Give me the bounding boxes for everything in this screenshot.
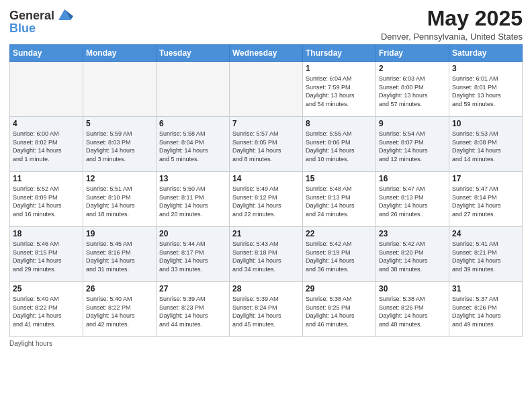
day-number: 6 — [159, 119, 226, 128]
table-row: 7Sunrise: 5:57 AM Sunset: 8:05 PM Daylig… — [230, 117, 303, 172]
table-row: 29Sunrise: 5:38 AM Sunset: 8:25 PM Dayli… — [303, 282, 376, 337]
table-row: 15Sunrise: 5:48 AM Sunset: 8:13 PM Dayli… — [303, 172, 376, 227]
day-info: Sunrise: 6:00 AM Sunset: 8:02 PM Dayligh… — [13, 130, 80, 163]
day-number: 29 — [306, 284, 373, 293]
table-row: 30Sunrise: 5:38 AM Sunset: 8:26 PM Dayli… — [376, 282, 449, 337]
day-number: 20 — [159, 229, 226, 238]
table-row: 11Sunrise: 5:52 AM Sunset: 8:09 PM Dayli… — [10, 172, 83, 227]
day-info: Sunrise: 6:03 AM Sunset: 8:00 PM Dayligh… — [379, 75, 446, 108]
table-row — [157, 62, 230, 117]
day-number: 7 — [232, 119, 300, 128]
day-number: 21 — [232, 229, 300, 238]
table-row: 18Sunrise: 5:46 AM Sunset: 8:15 PM Dayli… — [10, 227, 83, 282]
table-row: 9Sunrise: 5:54 AM Sunset: 8:07 PM Daylig… — [376, 117, 449, 172]
day-info: Sunrise: 5:49 AM Sunset: 8:12 PM Dayligh… — [232, 185, 300, 218]
day-number: 19 — [86, 229, 153, 238]
table-row: 2Sunrise: 6:03 AM Sunset: 8:00 PM Daylig… — [376, 62, 449, 117]
day-info: Sunrise: 5:59 AM Sunset: 8:03 PM Dayligh… — [86, 130, 153, 163]
table-row: 5Sunrise: 5:59 AM Sunset: 8:03 PM Daylig… — [83, 117, 157, 172]
table-row: 20Sunrise: 5:44 AM Sunset: 8:17 PM Dayli… — [157, 227, 230, 282]
table-row: 22Sunrise: 5:42 AM Sunset: 8:19 PM Dayli… — [303, 227, 376, 282]
day-info: Sunrise: 6:01 AM Sunset: 8:01 PM Dayligh… — [452, 75, 519, 108]
table-row: 28Sunrise: 5:39 AM Sunset: 8:24 PM Dayli… — [230, 282, 303, 337]
col-wednesday: Wednesday — [230, 45, 303, 62]
calendar-week-row: 1Sunrise: 6:04 AM Sunset: 7:59 PM Daylig… — [10, 62, 523, 117]
day-number: 10 — [452, 119, 519, 128]
table-row: 24Sunrise: 5:41 AM Sunset: 8:21 PM Dayli… — [449, 227, 523, 282]
day-number: 8 — [306, 119, 373, 128]
day-info: Sunrise: 5:50 AM Sunset: 8:11 PM Dayligh… — [159, 185, 226, 218]
day-number: 22 — [306, 229, 373, 238]
table-row: 3Sunrise: 6:01 AM Sunset: 8:01 PM Daylig… — [449, 62, 523, 117]
col-sunday: Sunday — [10, 45, 83, 62]
calendar-table: Sunday Monday Tuesday Wednesday Thursday… — [9, 44, 523, 337]
calendar-week-row: 18Sunrise: 5:46 AM Sunset: 8:15 PM Dayli… — [10, 227, 523, 282]
day-number: 3 — [452, 64, 519, 73]
day-number: 11 — [13, 174, 80, 183]
day-info: Sunrise: 5:52 AM Sunset: 8:09 PM Dayligh… — [13, 185, 80, 218]
day-number: 23 — [379, 229, 446, 238]
col-friday: Friday — [376, 45, 449, 62]
day-info: Sunrise: 5:43 AM Sunset: 8:18 PM Dayligh… — [232, 240, 300, 273]
table-row: 10Sunrise: 5:53 AM Sunset: 8:08 PM Dayli… — [449, 117, 523, 172]
day-number: 18 — [13, 229, 80, 238]
day-number: 1 — [306, 64, 373, 73]
table-row: 27Sunrise: 5:39 AM Sunset: 8:23 PM Dayli… — [157, 282, 230, 337]
table-row: 1Sunrise: 6:04 AM Sunset: 7:59 PM Daylig… — [303, 62, 376, 117]
day-info: Sunrise: 5:42 AM Sunset: 8:20 PM Dayligh… — [379, 240, 446, 273]
day-number: 12 — [86, 174, 153, 183]
day-info: Sunrise: 5:53 AM Sunset: 8:08 PM Dayligh… — [452, 130, 519, 163]
logo: General Blue — [9, 7, 73, 36]
table-row: 12Sunrise: 5:51 AM Sunset: 8:10 PM Dayli… — [83, 172, 157, 227]
day-info: Sunrise: 5:58 AM Sunset: 8:04 PM Dayligh… — [159, 130, 226, 163]
day-info: Sunrise: 5:48 AM Sunset: 8:13 PM Dayligh… — [306, 185, 373, 218]
day-info: Sunrise: 5:39 AM Sunset: 8:23 PM Dayligh… — [159, 295, 226, 328]
day-info: Sunrise: 5:51 AM Sunset: 8:10 PM Dayligh… — [86, 185, 153, 218]
day-info: Sunrise: 5:41 AM Sunset: 8:21 PM Dayligh… — [452, 240, 519, 273]
calendar-header-row: Sunday Monday Tuesday Wednesday Thursday… — [10, 45, 523, 62]
day-info: Sunrise: 5:38 AM Sunset: 8:26 PM Dayligh… — [379, 295, 446, 328]
day-number: 4 — [13, 119, 80, 128]
col-saturday: Saturday — [449, 45, 523, 62]
logo-icon — [56, 7, 73, 24]
table-row: 31Sunrise: 5:37 AM Sunset: 8:26 PM Dayli… — [449, 282, 523, 337]
table-row: 13Sunrise: 5:50 AM Sunset: 8:11 PM Dayli… — [157, 172, 230, 227]
col-monday: Monday — [83, 45, 157, 62]
table-row — [10, 62, 83, 117]
col-tuesday: Tuesday — [157, 45, 230, 62]
day-info: Sunrise: 5:39 AM Sunset: 8:24 PM Dayligh… — [232, 295, 300, 328]
day-number: 27 — [159, 284, 226, 293]
day-info: Sunrise: 5:55 AM Sunset: 8:06 PM Dayligh… — [306, 130, 373, 163]
day-info: Sunrise: 5:40 AM Sunset: 8:22 PM Dayligh… — [86, 295, 153, 328]
location: Denver, Pennsylvania, United States — [381, 32, 523, 42]
day-info: Sunrise: 6:04 AM Sunset: 7:59 PM Dayligh… — [306, 75, 373, 108]
day-number: 5 — [86, 119, 153, 128]
title-area: May 2025 Denver, Pennsylvania, United St… — [381, 7, 523, 42]
table-row: 25Sunrise: 5:40 AM Sunset: 8:22 PM Dayli… — [10, 282, 83, 337]
calendar-week-row: 11Sunrise: 5:52 AM Sunset: 8:09 PM Dayli… — [10, 172, 523, 227]
day-number: 16 — [379, 174, 446, 183]
day-info: Sunrise: 5:38 AM Sunset: 8:25 PM Dayligh… — [306, 295, 373, 328]
header: General Blue May 2025 Denver, Pennsylvan… — [9, 7, 523, 42]
logo-general: General — [9, 9, 54, 23]
day-number: 2 — [379, 64, 446, 73]
day-info: Sunrise: 5:46 AM Sunset: 8:15 PM Dayligh… — [13, 240, 80, 273]
day-info: Sunrise: 5:44 AM Sunset: 8:17 PM Dayligh… — [159, 240, 226, 273]
day-number: 15 — [306, 174, 373, 183]
table-row: 4Sunrise: 6:00 AM Sunset: 8:02 PM Daylig… — [10, 117, 83, 172]
footer-note: Daylight hours — [9, 340, 523, 347]
day-info: Sunrise: 5:47 AM Sunset: 8:14 PM Dayligh… — [452, 185, 519, 218]
day-number: 24 — [452, 229, 519, 238]
day-info: Sunrise: 5:37 AM Sunset: 8:26 PM Dayligh… — [452, 295, 519, 328]
day-info: Sunrise: 5:45 AM Sunset: 8:16 PM Dayligh… — [86, 240, 153, 273]
day-number: 17 — [452, 174, 519, 183]
day-info: Sunrise: 5:54 AM Sunset: 8:07 PM Dayligh… — [379, 130, 446, 163]
table-row: 6Sunrise: 5:58 AM Sunset: 8:04 PM Daylig… — [157, 117, 230, 172]
day-number: 28 — [232, 284, 300, 293]
day-info: Sunrise: 5:47 AM Sunset: 8:13 PM Dayligh… — [379, 185, 446, 218]
day-number: 25 — [13, 284, 80, 293]
table-row: 17Sunrise: 5:47 AM Sunset: 8:14 PM Dayli… — [449, 172, 523, 227]
table-row: 16Sunrise: 5:47 AM Sunset: 8:13 PM Dayli… — [376, 172, 449, 227]
calendar-week-row: 4Sunrise: 6:00 AM Sunset: 8:02 PM Daylig… — [10, 117, 523, 172]
table-row: 8Sunrise: 5:55 AM Sunset: 8:06 PM Daylig… — [303, 117, 376, 172]
